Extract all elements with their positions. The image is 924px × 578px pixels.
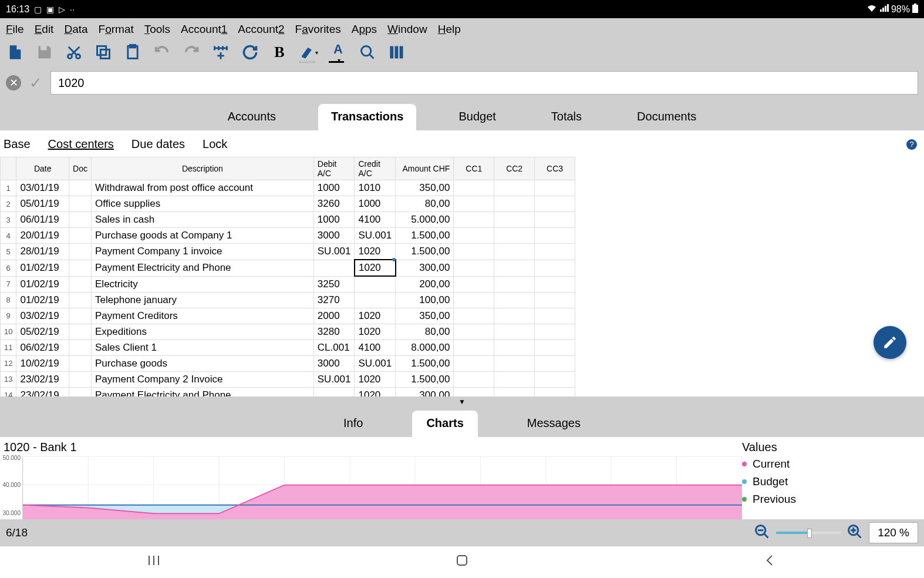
- cell-cc3[interactable]: [535, 355, 575, 371]
- cell-doc[interactable]: [69, 180, 92, 196]
- cell-cc3[interactable]: [535, 340, 575, 355]
- cell-cc1[interactable]: [454, 340, 494, 355]
- table-row[interactable]: 528/01/19Payment Company 1 invoiceSU.001…: [1, 244, 575, 260]
- table-row[interactable]: 205/01/19Office supplies3260100080,00: [1, 196, 575, 212]
- zoom-value[interactable]: 120 %: [869, 522, 918, 543]
- menu-account2[interactable]: Account2: [238, 23, 284, 36]
- cell-desc[interactable]: Telephone january: [92, 292, 314, 308]
- text-color-icon[interactable]: A ▾: [329, 43, 348, 62]
- cut-icon[interactable]: [65, 43, 83, 62]
- cell-date[interactable]: 06/02/19: [16, 340, 69, 355]
- col-cc3[interactable]: CC3: [535, 157, 575, 180]
- cell-amount[interactable]: 300,00: [396, 260, 454, 276]
- cell-n[interactable]: 13: [1, 371, 16, 387]
- menu-edit[interactable]: Edit: [35, 23, 54, 36]
- tab-accounts[interactable]: Accounts: [215, 104, 289, 130]
- formula-input[interactable]: [50, 71, 918, 95]
- col-description[interactable]: Description: [92, 157, 314, 180]
- cell-credit[interactable]: [355, 276, 396, 292]
- table-row[interactable]: 306/01/19Sales in cash100041005.000,00: [1, 212, 575, 228]
- cell-cc2[interactable]: [494, 196, 535, 212]
- cell-debit[interactable]: 3260: [313, 196, 355, 212]
- tab-messages[interactable]: Messages: [513, 411, 595, 437]
- cell-cc3[interactable]: [535, 244, 575, 260]
- menu-format[interactable]: Format: [99, 23, 134, 36]
- table-row[interactable]: 1210/02/19Purchase goods3000SU.0011.500,…: [1, 355, 575, 371]
- cell-cc3[interactable]: [535, 292, 575, 308]
- cell-date[interactable]: 03/01/19: [16, 180, 69, 196]
- cell-date[interactable]: 05/02/19: [16, 324, 69, 340]
- cell-doc[interactable]: [69, 387, 92, 396]
- save-icon[interactable]: [35, 43, 54, 62]
- legend-current[interactable]: Current: [742, 458, 924, 471]
- search-icon[interactable]: [358, 43, 377, 62]
- cell-debit[interactable]: 3000: [313, 228, 355, 244]
- cell-amount[interactable]: 80,00: [396, 196, 454, 212]
- col-debit[interactable]: Debit A/C: [313, 157, 355, 180]
- cell-date[interactable]: 23/02/19: [16, 371, 69, 387]
- table-row[interactable]: 1106/02/19Sales Client 1CL.00141008.000,…: [1, 340, 575, 355]
- cell-cc1[interactable]: [454, 228, 494, 244]
- paste-icon[interactable]: [123, 43, 142, 62]
- cell-date[interactable]: 01/02/19: [16, 276, 69, 292]
- menu-account1[interactable]: Account1: [181, 23, 227, 36]
- cell-desc[interactable]: Payment Creditors: [92, 308, 314, 324]
- subtab-cost-centers[interactable]: Cost centers: [48, 137, 114, 151]
- col-rownum[interactable]: [1, 157, 16, 180]
- cell-n[interactable]: 10: [1, 324, 16, 340]
- cell-date[interactable]: 28/01/19: [16, 244, 69, 260]
- cell-credit[interactable]: 1020: [355, 324, 396, 340]
- cell-doc[interactable]: [69, 212, 92, 228]
- cell-cc1[interactable]: [454, 371, 494, 387]
- cell-amount[interactable]: 5.000,00: [396, 212, 454, 228]
- cell-amount[interactable]: 350,00: [396, 308, 454, 324]
- subtab-lock[interactable]: Lock: [203, 137, 227, 151]
- cell-cc3[interactable]: [535, 228, 575, 244]
- cell-cc1[interactable]: [454, 355, 494, 371]
- cell-desc[interactable]: Electricity: [92, 276, 314, 292]
- cell-date[interactable]: 20/01/19: [16, 228, 69, 244]
- table-row[interactable]: 801/02/19Telephone january3270100,00: [1, 292, 575, 308]
- undo-icon[interactable]: [153, 43, 171, 62]
- subtab-base[interactable]: Base: [4, 137, 31, 151]
- table-row[interactable]: 103/01/19Withdrawal from post office acc…: [1, 180, 575, 196]
- col-cc1[interactable]: CC1: [454, 157, 494, 180]
- cell-cc2[interactable]: [494, 324, 535, 340]
- collapse-caret-icon[interactable]: ▼: [0, 396, 924, 407]
- cell-desc[interactable]: Payment Electricity and Phone: [92, 387, 314, 396]
- cell-amount[interactable]: 100,00: [396, 292, 454, 308]
- cell-cc2[interactable]: [494, 355, 535, 371]
- cell-cc3[interactable]: [535, 324, 575, 340]
- legend-previous[interactable]: Previous: [742, 493, 924, 506]
- table-row[interactable]: 601/02/19Payment Electricity and Phone10…: [1, 260, 575, 276]
- table-row[interactable]: 1005/02/19Expeditions3280102080,00: [1, 324, 575, 340]
- cell-cc2[interactable]: [494, 180, 535, 196]
- new-file-icon[interactable]: [6, 43, 25, 62]
- accept-icon[interactable]: ✓: [29, 74, 42, 92]
- col-cc2[interactable]: CC2: [494, 157, 535, 180]
- col-doc[interactable]: Doc: [69, 157, 92, 180]
- cell-n[interactable]: 3: [1, 212, 16, 228]
- tab-charts[interactable]: Charts: [412, 411, 477, 437]
- cell-desc[interactable]: Sales in cash: [92, 212, 314, 228]
- cell-doc[interactable]: [69, 371, 92, 387]
- cell-credit[interactable]: 4100: [355, 340, 396, 355]
- tab-budget[interactable]: Budget: [446, 104, 508, 130]
- cell-cc1[interactable]: [454, 260, 494, 276]
- table-row[interactable]: 903/02/19Payment Creditors20001020350,00: [1, 308, 575, 324]
- cell-doc[interactable]: [69, 276, 92, 292]
- cell-desc[interactable]: Office supplies: [92, 196, 314, 212]
- cell-cc1[interactable]: [454, 276, 494, 292]
- cell-debit[interactable]: 1000: [313, 212, 355, 228]
- cell-doc[interactable]: [69, 355, 92, 371]
- zoom-in-icon[interactable]: [847, 523, 863, 542]
- cell-desc[interactable]: Purchase goods: [92, 355, 314, 371]
- cell-cc3[interactable]: [535, 371, 575, 387]
- cell-cc2[interactable]: [494, 244, 535, 260]
- cell-doc[interactable]: [69, 308, 92, 324]
- cell-debit[interactable]: SU.001: [313, 371, 355, 387]
- cell-cc3[interactable]: [535, 212, 575, 228]
- table-row[interactable]: 420/01/19Purchase goods at Company 13000…: [1, 228, 575, 244]
- cell-cc1[interactable]: [454, 180, 494, 196]
- cell-date[interactable]: 06/01/19: [16, 212, 69, 228]
